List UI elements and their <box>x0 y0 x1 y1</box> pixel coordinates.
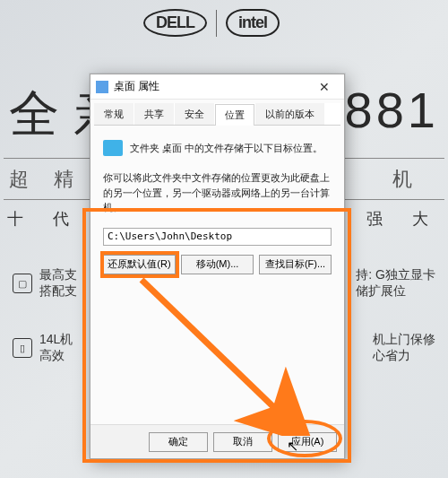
dialog-body: 文件夹 桌面 中的文件存储于以下目标位置。 你可以将此文件夹中文件存储的位置更改… <box>90 126 344 428</box>
spec-2b: 高效 <box>39 348 73 364</box>
spec-1ra: 持: G独立显卡 <box>356 267 435 283</box>
spec-1b: 搭配支 <box>39 283 77 300</box>
dell-logo: D⁠ELL <box>143 9 207 37</box>
spec-1a: 最高支 <box>39 267 77 283</box>
location-line1: 文件夹 桌面 中的文件存储于以下目标位置。 <box>130 142 323 155</box>
ok-button[interactable]: 确定 <box>149 432 208 452</box>
bg-tagline-left: 十 代 <box>7 208 82 230</box>
close-button[interactable]: ✕ <box>310 80 339 94</box>
properties-dialog: 桌面 属性 ✕ 常规 共享 安全 位置 以前的版本 文件夹 桌面 中的文件存储于… <box>90 74 345 459</box>
cancel-button[interactable]: 取消 <box>213 432 272 452</box>
spec-1rb: 储扩展位 <box>356 283 435 300</box>
logo-divider <box>216 10 217 37</box>
location-info: 你可以将此文件夹中文件存储的位置更改为此硬盘上的另一个位置，另一个驱动器或网络上… <box>103 170 332 215</box>
bg-sub-left: 超 <box>9 166 29 193</box>
dialog-button-bar: 确定 取消 应用(A) <box>90 424 344 458</box>
apply-button[interactable]: 应用(A) <box>278 432 337 452</box>
find-target-button[interactable]: 查找目标(F)... <box>259 255 332 274</box>
cpu-icon: ▢ <box>13 274 32 293</box>
intel-logo: intel <box>226 9 280 37</box>
window-title: 桌面 属性 <box>114 79 310 94</box>
bg-sub-mid: 精 <box>54 166 73 193</box>
restore-defaults-button[interactable]: 还原默认值(R) <box>103 255 176 274</box>
path-input[interactable] <box>103 228 332 246</box>
spec-2ra: 机上门保修 <box>373 332 435 348</box>
bg-headline-right: 881 <box>345 81 439 139</box>
tab-strip: 常规 共享 安全 位置 以前的版本 <box>94 103 340 126</box>
tab-security[interactable]: 安全 <box>175 103 214 125</box>
folder-title-icon <box>96 81 108 93</box>
tab-share[interactable]: 共享 <box>134 103 174 125</box>
tab-previous-versions[interactable]: 以前的版本 <box>255 103 324 125</box>
folder-icon <box>103 140 123 156</box>
spec-2a: 14L机 <box>39 332 73 348</box>
spec-2rb: 心省力 <box>373 348 435 364</box>
case-icon: ▯ <box>13 338 32 358</box>
move-button[interactable]: 移动(M)... <box>181 255 254 274</box>
tab-location[interactable]: 位置 <box>215 104 254 126</box>
titlebar[interactable]: 桌面 属性 ✕ <box>90 74 344 100</box>
tab-general[interactable]: 常规 <box>94 103 134 125</box>
